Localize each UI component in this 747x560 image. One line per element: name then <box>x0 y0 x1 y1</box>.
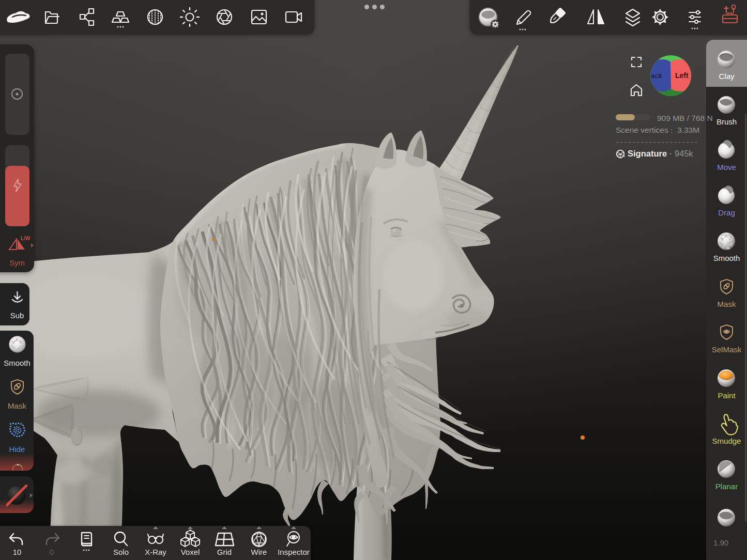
svg-text:ack: ack <box>651 72 662 80</box>
svg-text:Left: Left <box>675 71 689 80</box>
svg-text:L/W: L/W <box>21 236 31 241</box>
